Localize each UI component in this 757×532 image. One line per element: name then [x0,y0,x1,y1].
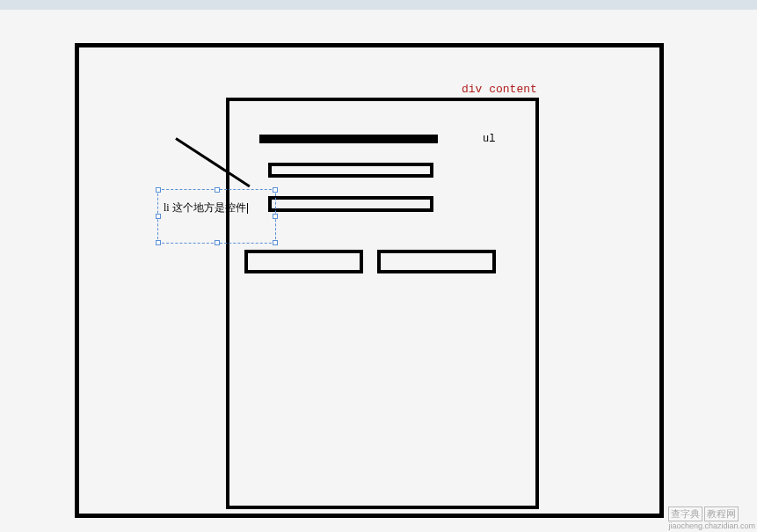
watermark-url: jiaocheng.chazidian.com [668,521,755,530]
watermark-box-2: 教程网 [704,506,739,521]
resize-handle-sw[interactable] [156,240,161,245]
inner-container-box [226,98,539,509]
label-div-content: div content [462,83,537,96]
annotation-textbox[interactable]: li 这个地方是控件 [157,189,276,244]
resize-handle-ne[interactable] [273,187,278,193]
resize-handle-se[interactable] [273,240,278,245]
button-box-right [377,250,496,273]
label-ul: ul [483,133,495,145]
resize-handle-w[interactable] [156,214,161,219]
list-item-box-1 [268,163,433,178]
editor-canvas[interactable]: div content ul li 这个地方是控件 查字典教程网 jiaoche… [0,10,757,532]
list-item-box-2 [268,196,433,212]
watermark-box-1: 查字典 [668,506,702,521]
solid-bar [259,135,438,143]
resize-handle-nw[interactable] [156,187,161,193]
resize-handle-n[interactable] [215,187,220,193]
watermark: 查字典教程网 jiaocheng.chazidian.com [668,506,755,530]
resize-handle-s[interactable] [215,240,220,245]
text-caret [247,203,248,214]
window-titlebar-strip [0,0,757,10]
annotation-text: li 这个地方是控件 [164,200,248,215]
button-box-left [244,250,363,273]
resize-handle-e[interactable] [273,214,278,219]
